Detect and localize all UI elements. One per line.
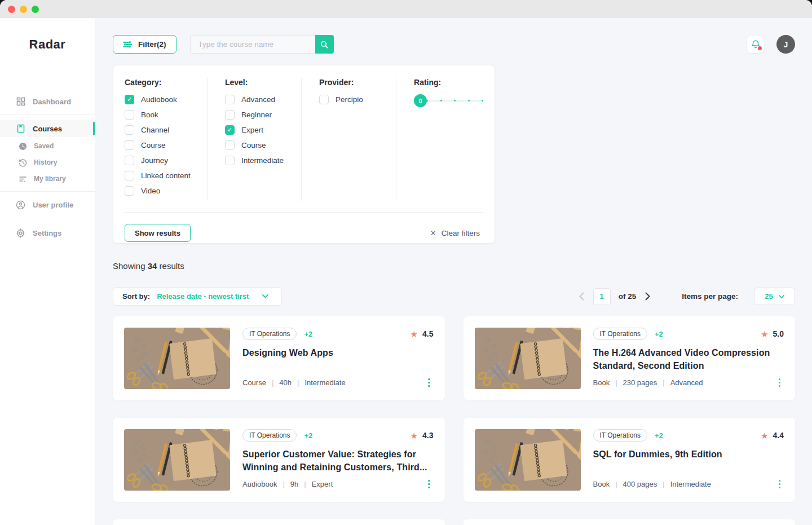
filter-option-journey[interactable]: Journey — [125, 155, 207, 165]
option-label: Audiobook — [141, 95, 177, 104]
topbar: Filter(2) — [113, 35, 795, 54]
course-card — [464, 519, 796, 525]
filter-option-percipio[interactable]: Percipio — [319, 94, 396, 104]
sidebar-item-my-library[interactable]: My library — [0, 171, 95, 186]
rating-slider[interactable]: 0 — [414, 94, 483, 107]
filter-button[interactable]: Filter(2) — [113, 35, 176, 54]
window-titlebar — [0, 0, 812, 18]
sidebar-item-history[interactable]: History — [0, 155, 95, 170]
card-menu-button[interactable] — [425, 478, 434, 491]
course-meta: Audiobook | 9h | Expert — [242, 478, 434, 491]
card-menu-button[interactable] — [775, 478, 784, 491]
checkbox-level-course[interactable] — [225, 140, 235, 150]
meta-separator: | — [663, 480, 664, 488]
sidebar-item-user-profile[interactable]: User profile — [0, 197, 95, 213]
filter-option-expert[interactable]: Expert — [225, 125, 301, 135]
app-window: Radar Dashboard — [0, 0, 812, 525]
card-menu-button[interactable] — [775, 376, 784, 390]
summary-prefix: Showing — [113, 261, 145, 271]
extra-tags-badge[interactable]: +2 — [304, 431, 312, 440]
clear-filters-button[interactable]: ✕ Clear filters — [427, 228, 483, 238]
rating-value: 4.3 — [422, 431, 433, 440]
checkbox-book[interactable] — [125, 110, 134, 120]
course-image — [124, 429, 230, 491]
rating-slider-track[interactable] — [426, 100, 483, 102]
course-card[interactable]: IT Operations +2 ★ 4.4 SQL for Dummies, … — [464, 418, 796, 502]
option-label: Linked content — [141, 171, 191, 180]
filter-option-video[interactable]: Video — [125, 186, 207, 196]
app-logo: Radar — [0, 37, 95, 52]
next-page-button[interactable] — [644, 291, 651, 302]
filter-option-level-course[interactable]: Course — [225, 140, 301, 150]
course-title[interactable]: Designing Web Apps — [242, 346, 434, 359]
checkbox-beginner[interactable] — [225, 110, 235, 120]
search-button[interactable] — [315, 35, 334, 54]
checkbox-journey[interactable] — [125, 156, 134, 165]
rating-slider-thumb[interactable]: 0 — [414, 94, 427, 107]
course-type: Book — [593, 378, 610, 387]
checkbox-audiobook[interactable] — [125, 95, 134, 104]
sidebar-item-settings[interactable]: Settings — [0, 225, 95, 241]
sidebar-item-label: Dashboard — [33, 98, 71, 106]
search-input[interactable] — [190, 35, 315, 54]
sidebar: Radar Dashboard — [0, 18, 95, 525]
rating: ★ 4.5 — [411, 329, 434, 338]
close-window-button[interactable] — [8, 6, 15, 13]
category-tag[interactable]: IT Operations — [593, 328, 647, 340]
checkbox-channel[interactable] — [125, 125, 134, 135]
extra-tags-badge[interactable]: +2 — [655, 431, 663, 440]
filter-option-audiobook[interactable]: Audiobook — [125, 94, 207, 104]
sidebar-item-saved[interactable]: Saved — [0, 139, 95, 153]
current-page-input[interactable]: 1 — [593, 288, 611, 305]
filter-group-provider: Provider: Percipio — [301, 78, 396, 201]
course-card[interactable]: IT Operations +2 ★ 4.5 Designing Web App… — [113, 316, 445, 400]
checkbox-intermediate[interactable] — [225, 156, 235, 165]
course-title[interactable]: The H.264 Advanced Video Compression Sta… — [593, 346, 784, 372]
card-menu-button[interactable] — [425, 376, 434, 390]
filter-option-intermediate[interactable]: Intermediate — [225, 155, 301, 165]
category-tag[interactable]: IT Operations — [242, 429, 297, 442]
filter-option-course[interactable]: Course — [125, 140, 207, 150]
course-title[interactable]: SQL for Dummies, 9th Edition — [593, 448, 784, 461]
filter-option-channel[interactable]: Channel — [125, 125, 207, 135]
zoom-window-button[interactable] — [32, 6, 39, 13]
items-per-page-dropdown[interactable]: 25 — [754, 288, 795, 305]
filter-option-book[interactable]: Book — [125, 109, 207, 120]
course-level: Intermediate — [670, 480, 711, 488]
extra-tags-badge[interactable]: +2 — [304, 330, 312, 338]
avatar[interactable]: J — [776, 35, 795, 54]
filter-group-level: Level: Advanced Beginner Expert — [207, 78, 301, 201]
minimize-window-button[interactable] — [20, 6, 27, 13]
course-image — [124, 328, 230, 389]
category-tag[interactable]: IT Operations — [242, 328, 297, 340]
category-tag[interactable]: IT Operations — [593, 429, 647, 442]
filter-option-advanced[interactable]: Advanced — [225, 94, 301, 104]
checkbox-linked-content[interactable] — [125, 171, 134, 180]
meta-separator: | — [283, 480, 284, 488]
option-label: Percipio — [336, 95, 363, 104]
sidebar-item-courses[interactable]: Courses — [0, 120, 95, 137]
show-results-button[interactable]: Show results — [125, 224, 191, 242]
rating: ★ 4.3 — [411, 431, 434, 440]
sort-dropdown[interactable]: Sort by: Release date - newest first — [113, 287, 282, 306]
course-card[interactable]: IT Operations +2 ★ 5.0 The H.264 Advance… — [464, 316, 796, 400]
checkbox-course[interactable] — [125, 140, 134, 150]
sidebar-item-label: User profile — [33, 201, 73, 209]
option-label: Course — [241, 141, 266, 149]
filter-option-beginner[interactable]: Beginner — [225, 109, 301, 120]
star-icon: ★ — [761, 330, 768, 338]
checkbox-percipio[interactable] — [319, 95, 329, 104]
active-indicator — [93, 122, 95, 135]
extra-tags-badge[interactable]: +2 — [655, 330, 663, 338]
option-label: Course — [141, 141, 166, 149]
course-card[interactable]: IT Operations +2 ★ 4.3 Superior Customer… — [113, 418, 445, 502]
course-title[interactable]: Superior Customer Value: Strategies for … — [242, 448, 434, 474]
previous-page-button[interactable] — [578, 291, 585, 302]
checkbox-video[interactable] — [125, 186, 134, 196]
rating-value: 4.4 — [773, 431, 784, 440]
sidebar-item-dashboard[interactable]: Dashboard — [0, 94, 95, 109]
checkbox-expert[interactable] — [225, 125, 235, 135]
notifications-button[interactable] — [747, 36, 764, 53]
filter-option-linked-content[interactable]: Linked content — [125, 170, 207, 180]
checkbox-advanced[interactable] — [225, 95, 235, 104]
